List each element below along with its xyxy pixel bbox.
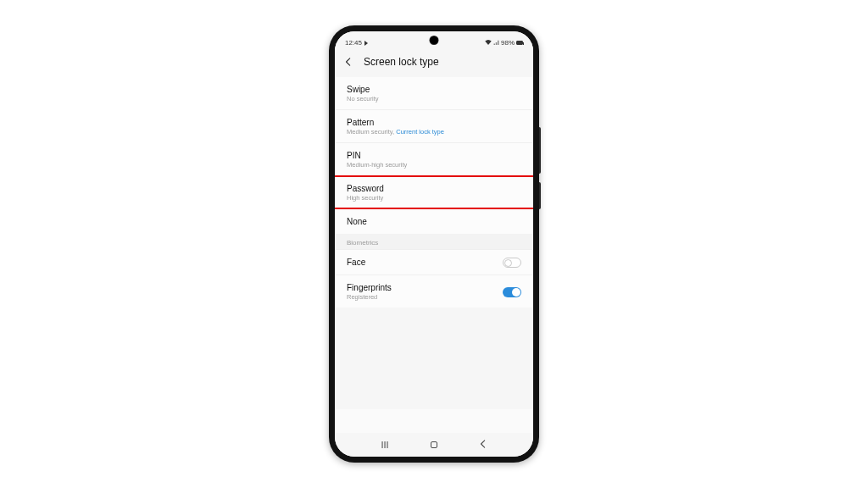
power-button bbox=[539, 182, 541, 209]
signal-icon bbox=[493, 39, 499, 47]
battery-icon bbox=[516, 41, 523, 45]
recents-button[interactable]: III bbox=[381, 440, 388, 450]
empty-space bbox=[335, 308, 533, 409]
phone-frame: 12:45 98% Screen lock type S bbox=[329, 25, 539, 463]
camera-punch-hole bbox=[431, 36, 438, 44]
option-subtitle: No security bbox=[347, 95, 521, 103]
option-subtitle: Medium-high security bbox=[347, 161, 521, 169]
fingerprints-toggle[interactable] bbox=[503, 287, 521, 297]
option-title: Pattern bbox=[347, 118, 521, 127]
option-title: Face bbox=[347, 258, 365, 267]
phone-screen: 12:45 98% Screen lock type S bbox=[335, 31, 533, 457]
option-password[interactable]: Password High security bbox=[335, 176, 533, 209]
option-fingerprints[interactable]: Fingerprints Registered bbox=[335, 275, 533, 308]
section-biometrics: Biometrics bbox=[335, 234, 533, 250]
page-title: Screen lock type bbox=[364, 56, 439, 68]
option-pin[interactable]: PIN Medium-high security bbox=[335, 143, 533, 176]
option-subtitle: Registered bbox=[347, 293, 392, 301]
status-time: 12:45 bbox=[345, 39, 362, 47]
current-lock-label: Current lock type bbox=[396, 128, 444, 136]
battery-percent: 98% bbox=[501, 39, 515, 47]
wifi-icon bbox=[485, 39, 492, 47]
back-icon[interactable] bbox=[342, 55, 355, 69]
back-button[interactable] bbox=[479, 440, 487, 450]
page-header: Screen lock type bbox=[335, 48, 533, 77]
volume-button bbox=[539, 127, 541, 174]
option-title: Swipe bbox=[347, 85, 521, 94]
option-title: None bbox=[347, 217, 521, 226]
option-subtitle: High security bbox=[347, 194, 521, 202]
option-title: PIN bbox=[347, 151, 521, 160]
option-none[interactable]: None bbox=[335, 209, 533, 234]
subtitle-prefix: Medium security, bbox=[347, 128, 396, 136]
option-pattern[interactable]: Pattern Medium security, Current lock ty… bbox=[335, 110, 533, 143]
option-face[interactable]: Face bbox=[335, 250, 533, 275]
option-title: Fingerprints bbox=[347, 283, 392, 292]
content-area: Swipe No security Pattern Medium securit… bbox=[335, 77, 533, 433]
nav-bar: III bbox=[335, 433, 533, 457]
media-icon bbox=[364, 41, 368, 46]
option-title: Password bbox=[347, 184, 521, 193]
face-toggle[interactable] bbox=[503, 258, 521, 268]
option-subtitle: Medium security, Current lock type bbox=[347, 128, 521, 136]
option-swipe[interactable]: Swipe No security bbox=[335, 77, 533, 110]
home-button[interactable] bbox=[431, 441, 437, 448]
